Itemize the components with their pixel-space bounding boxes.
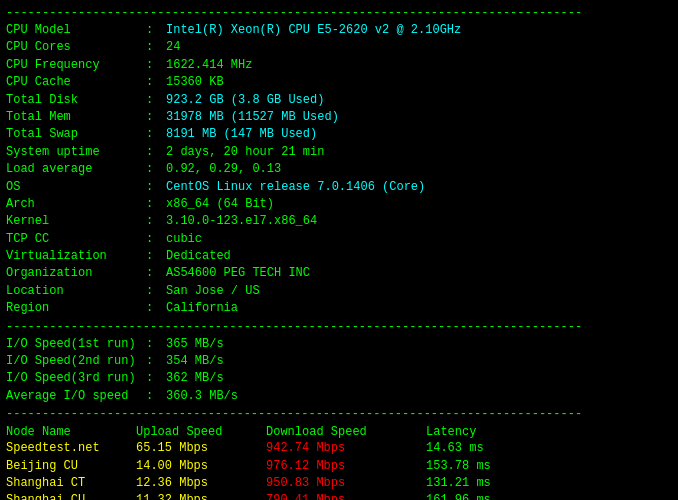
- io-value: 365 MB/s: [166, 336, 672, 353]
- info-colon: :: [146, 300, 166, 317]
- info-label: CPU Model: [6, 22, 146, 39]
- info-colon: :: [146, 248, 166, 265]
- info-colon: :: [146, 231, 166, 248]
- sysinfo-row: Location : San Jose / US: [6, 283, 672, 300]
- info-label: Total Disk: [6, 92, 146, 109]
- sysinfo-row: Total Mem : 31978 MB (11527 MB Used): [6, 109, 672, 126]
- table-row: Shanghai CT 12.36 Mbps 950.83 Mbps 131.2…: [6, 475, 672, 492]
- table-row: Beijing CU 14.00 Mbps 976.12 Mbps 153.78…: [6, 458, 672, 475]
- info-label: Total Mem: [6, 109, 146, 126]
- sysinfo-row: Organization : AS54600 PEG TECH INC: [6, 265, 672, 282]
- info-colon: :: [146, 179, 166, 196]
- io-colon: :: [146, 353, 166, 370]
- io-row: I/O Speed(1st run) : 365 MB/s: [6, 336, 672, 353]
- sysinfo-row: CPU Frequency : 1622.414 MHz: [6, 57, 672, 74]
- sysinfo-row: Virtualization : Dedicated: [6, 248, 672, 265]
- sysinfo-section: CPU Model : Intel(R) Xeon(R) CPU E5-2620…: [6, 22, 672, 318]
- info-colon: :: [146, 126, 166, 143]
- col-upload: 14.00 Mbps: [136, 458, 266, 475]
- info-label: Organization: [6, 265, 146, 282]
- table-header: Node Name Upload Speed Download Speed La…: [6, 425, 672, 439]
- io-value: 354 MB/s: [166, 353, 672, 370]
- info-label: Location: [6, 283, 146, 300]
- info-value: AS54600 PEG TECH INC: [166, 265, 672, 282]
- col-latency: 14.63 ms: [426, 440, 526, 457]
- io-label: I/O Speed(2nd run): [6, 353, 146, 370]
- io-row: I/O Speed(3rd run) : 362 MB/s: [6, 370, 672, 387]
- info-value: CentOS Linux release 7.0.1406 (Core): [166, 179, 672, 196]
- col-header-node: Node Name: [6, 425, 136, 439]
- col-node: Shanghai CT: [6, 475, 136, 492]
- info-label: Load average: [6, 161, 146, 178]
- info-value: 2 days, 20 hour 21 min: [166, 144, 672, 161]
- col-download: 942.74 Mbps: [266, 440, 426, 457]
- io-colon: :: [146, 370, 166, 387]
- info-value: California: [166, 300, 672, 317]
- info-colon: :: [146, 283, 166, 300]
- io-colon: :: [146, 388, 166, 405]
- sysinfo-row: CPU Cores : 24: [6, 39, 672, 56]
- io-row: Average I/O speed : 360.3 MB/s: [6, 388, 672, 405]
- info-colon: :: [146, 74, 166, 91]
- info-label: Total Swap: [6, 126, 146, 143]
- info-value: 31978 MB (11527 MB Used): [166, 109, 672, 126]
- info-label: CPU Cache: [6, 74, 146, 91]
- col-upload: 65.15 Mbps: [136, 440, 266, 457]
- info-colon: :: [146, 57, 166, 74]
- col-latency: 153.78 ms: [426, 458, 526, 475]
- sysinfo-row: Load average : 0.92, 0.29, 0.13: [6, 161, 672, 178]
- io-colon: :: [146, 336, 166, 353]
- info-colon: :: [146, 144, 166, 161]
- sysinfo-row: CPU Model : Intel(R) Xeon(R) CPU E5-2620…: [6, 22, 672, 39]
- sysinfo-row: TCP CC : cubic: [6, 231, 672, 248]
- info-colon: :: [146, 265, 166, 282]
- col-node: Beijing CU: [6, 458, 136, 475]
- sysinfo-row: Arch : x86_64 (64 Bit): [6, 196, 672, 213]
- io-section: I/O Speed(1st run) : 365 MB/s I/O Speed(…: [6, 336, 672, 406]
- table-row: Speedtest.net 65.15 Mbps 942.74 Mbps 14.…: [6, 440, 672, 457]
- divider-2: ----------------------------------------…: [6, 320, 672, 334]
- sysinfo-row: Total Disk : 923.2 GB (3.8 GB Used): [6, 92, 672, 109]
- info-value: x86_64 (64 Bit): [166, 196, 672, 213]
- info-value: 15360 KB: [166, 74, 672, 91]
- col-node: Shanghai CU: [6, 492, 136, 500]
- info-value: 1622.414 MHz: [166, 57, 672, 74]
- info-value: 923.2 GB (3.8 GB Used): [166, 92, 672, 109]
- col-download: 790.41 Mbps: [266, 492, 426, 500]
- col-upload: 11.32 Mbps: [136, 492, 266, 500]
- col-latency: 131.21 ms: [426, 475, 526, 492]
- info-value: 3.10.0-123.el7.x86_64: [166, 213, 672, 230]
- sysinfo-row: System uptime : 2 days, 20 hour 21 min: [6, 144, 672, 161]
- top-divider: ----------------------------------------…: [6, 6, 672, 20]
- col-download: 976.12 Mbps: [266, 458, 426, 475]
- sysinfo-row: CPU Cache : 15360 KB: [6, 74, 672, 91]
- info-value: cubic: [166, 231, 672, 248]
- info-label: Arch: [6, 196, 146, 213]
- col-header-download: Download Speed: [266, 425, 426, 439]
- info-value: Intel(R) Xeon(R) CPU E5-2620 v2 @ 2.10GH…: [166, 22, 672, 39]
- info-label: OS: [6, 179, 146, 196]
- info-colon: :: [146, 213, 166, 230]
- col-upload: 12.36 Mbps: [136, 475, 266, 492]
- col-latency: 161.96 ms: [426, 492, 526, 500]
- io-row: I/O Speed(2nd run) : 354 MB/s: [6, 353, 672, 370]
- info-colon: :: [146, 196, 166, 213]
- info-label: CPU Cores: [6, 39, 146, 56]
- info-label: Region: [6, 300, 146, 317]
- io-label: Average I/O speed: [6, 388, 146, 405]
- col-download: 950.83 Mbps: [266, 475, 426, 492]
- info-colon: :: [146, 92, 166, 109]
- io-value: 360.3 MB/s: [166, 388, 672, 405]
- info-value: 0.92, 0.29, 0.13: [166, 161, 672, 178]
- info-label: CPU Frequency: [6, 57, 146, 74]
- info-value: 8191 MB (147 MB Used): [166, 126, 672, 143]
- info-value: 24: [166, 39, 672, 56]
- col-header-upload: Upload Speed: [136, 425, 266, 439]
- info-colon: :: [146, 39, 166, 56]
- sysinfo-row: OS : CentOS Linux release 7.0.1406 (Core…: [6, 179, 672, 196]
- io-label: I/O Speed(3rd run): [6, 370, 146, 387]
- info-colon: :: [146, 109, 166, 126]
- info-label: TCP CC: [6, 231, 146, 248]
- info-label: System uptime: [6, 144, 146, 161]
- info-colon: :: [146, 161, 166, 178]
